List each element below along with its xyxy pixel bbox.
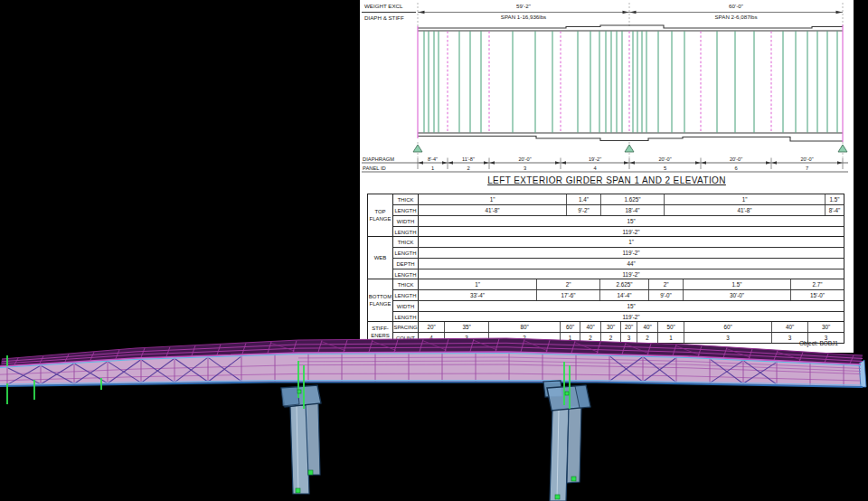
viewport: WEIGHT EXCL DIAPH & STIFF 59'-2" SPAN 1-… [0,0,868,501]
object-name-label: Object: BOBJ1 [799,340,838,346]
bridge-3d-model[interactable] [0,0,868,501]
pier-left[interactable] [281,385,321,494]
pier-right[interactable] [543,381,590,501]
base-markers [296,390,576,499]
